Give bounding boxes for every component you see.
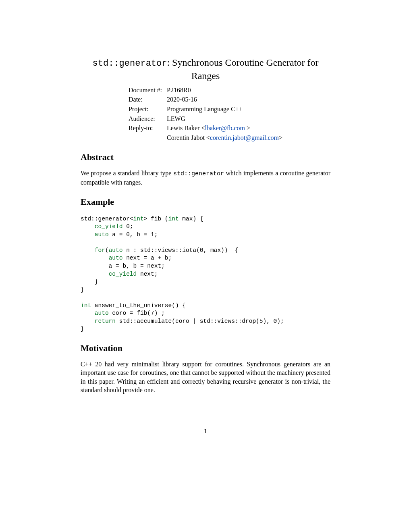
meta-doc-label: Document #:: [126, 85, 164, 95]
meta-reply-value-1: Lewis Baker <lbaker@fb.com >: [164, 123, 285, 133]
inline-code: std::generator: [173, 170, 224, 177]
meta-date-label: Date:: [126, 95, 164, 104]
abstract-paragraph: We propose a standard library type std::…: [81, 169, 330, 187]
motivation-heading: Motivation: [81, 342, 330, 354]
meta-doc-value: P2168R0: [164, 85, 285, 95]
meta-audience-value: LEWG: [164, 114, 285, 124]
document-metadata: Document #: P2168R0 Date: 2020-05-16 Pro…: [126, 85, 285, 143]
meta-date-value: 2020-05-16: [164, 95, 285, 104]
code-block: std::generator<int> fib (int max) { co_y…: [81, 215, 330, 333]
reply-email-link-2[interactable]: corentin.jabot@gmail.com: [210, 134, 279, 141]
meta-reply-value-2: Corentin Jabot <corentin.jabot@gmail.com…: [164, 133, 285, 143]
page-number: 1: [81, 427, 330, 436]
reply-email-link-1[interactable]: lbaker@fb.com: [205, 125, 247, 131]
meta-audience-label: Audience:: [126, 114, 164, 124]
meta-project-label: Project:: [126, 104, 164, 114]
example-heading: Example: [81, 196, 330, 208]
title-rest: : Synchronous Coroutine Generator for Ra…: [167, 57, 318, 81]
motivation-paragraph: C++ 20 had very minimalist library suppo…: [81, 360, 330, 395]
title-code: std::generator: [93, 58, 167, 69]
meta-project-value: Programming Language C++: [164, 104, 285, 114]
meta-reply-label: Reply-to:: [126, 123, 164, 133]
page-title: std::generator: Synchronous Coroutine Ge…: [81, 56, 330, 82]
abstract-heading: Abstract: [81, 151, 330, 163]
